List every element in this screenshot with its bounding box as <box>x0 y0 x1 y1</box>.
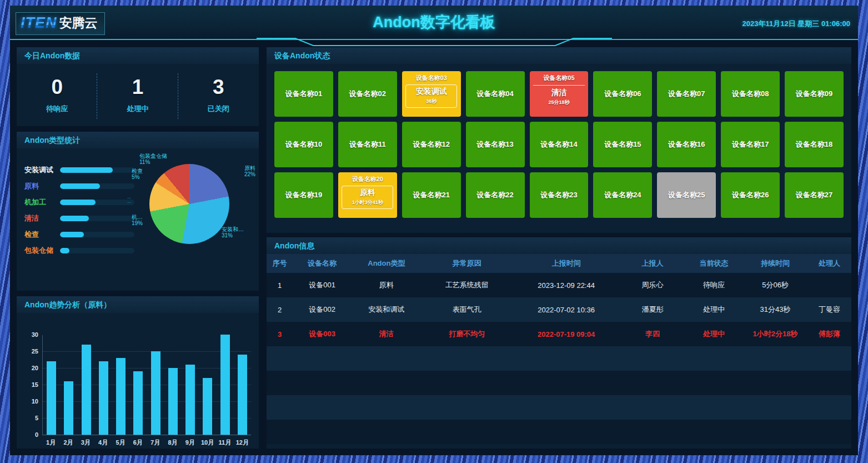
pie-label: 包装盒仓储11% <box>139 153 167 165</box>
table-cell: 1小时2分18秒 <box>743 329 807 339</box>
type-bar-list: 安装调试原料机加工清洁检查包装仓储 <box>24 162 134 258</box>
device-tile[interactable]: 设备名称19 <box>274 172 333 218</box>
device-tile[interactable]: 设备名称22 <box>466 172 525 218</box>
panel-today-andon: 今日Andon数据 0 待响应 1 处理中 3 已关闭 <box>17 47 259 126</box>
trend-bar <box>168 368 178 435</box>
table-cell: 设备002 <box>293 305 351 315</box>
device-tile-name: 设备名称20 <box>352 175 383 183</box>
table-cell: 表面气孔 <box>422 305 512 315</box>
device-tile-name: 设备名称11 <box>349 140 386 150</box>
device-tile[interactable]: 设备名称26 <box>721 172 780 218</box>
table-cell: 丁曼容 <box>807 305 851 315</box>
panel-trend: Andon趋势分析（原料） 051015202530 1月2月3月4月5月6月7… <box>17 296 259 449</box>
type-bar-row: 包装仓储 <box>24 242 134 258</box>
type-pie-chart: 原料22%安装和…31%机…19%……检查5%包装盒仓储11% <box>126 153 257 256</box>
table-row-empty <box>267 395 851 420</box>
table-cell: 李四 <box>620 329 685 339</box>
device-tile-name: 设备名称04 <box>476 89 513 99</box>
pie-label: 安装和…31% <box>222 226 244 238</box>
trend-bar <box>220 335 230 435</box>
info-column-header: 持续时间 <box>743 258 807 268</box>
panel-today-title: 今日Andon数据 <box>17 47 259 64</box>
device-tile[interactable]: 设备名称25 <box>657 172 716 218</box>
device-tile[interactable]: 设备名称11 <box>338 122 397 167</box>
table-cell: 31分43秒 <box>743 305 807 315</box>
device-tile[interactable]: 设备名称16 <box>657 122 716 167</box>
device-tile-name: 设备名称14 <box>540 140 577 150</box>
panel-device-status: 设备Andon状态 设备名称01设备名称02设备名称03安装调试36秒设备名称0… <box>267 47 851 233</box>
stat-pending-value: 0 <box>51 76 63 99</box>
trend-y-tick: 30 <box>32 331 38 338</box>
type-bar-track <box>60 232 134 237</box>
device-tile-name: 设备名称03 <box>416 74 447 82</box>
type-bar-label: 包装仓储 <box>24 246 60 256</box>
dashboard-root: ITEN 安腾云 Andon数字化看板 2023年11月12日 星期三 01:0… <box>10 6 858 455</box>
device-tile[interactable]: 设备名称04 <box>466 71 525 117</box>
table-row[interactable]: 1设备001原料工艺系统残留2023-12-09 22:44周乐心待响应5分06… <box>267 273 851 297</box>
table-cell: 处理中 <box>685 305 743 315</box>
device-tile[interactable]: 设备名称24 <box>593 172 652 218</box>
device-tile[interactable]: 设备名称05清洁25分18秒 <box>530 71 589 117</box>
trend-chart: 051015202530 1月2月3月4月5月6月7月8月9月10月11月12月 <box>17 313 259 449</box>
device-tile-name: 设备名称21 <box>413 190 449 200</box>
device-tile[interactable]: 设备名称08 <box>721 71 780 117</box>
device-tile[interactable]: 设备名称23 <box>530 172 589 218</box>
table-cell: 设备003 <box>293 329 351 339</box>
device-tile[interactable]: 设备名称27 <box>785 172 844 218</box>
device-tile[interactable]: 设备名称03安装调试36秒 <box>402 71 461 117</box>
device-tile[interactable]: 设备名称01 <box>274 71 333 117</box>
table-row-empty <box>267 420 851 444</box>
table-cell: 待响应 <box>685 280 743 290</box>
info-column-header: 处理人 <box>807 258 851 268</box>
trend-bar <box>185 365 195 435</box>
device-tile[interactable]: 设备名称06 <box>593 71 652 117</box>
table-row[interactable]: 2设备002安装和调试表面气孔2022-07-02 10:36潘夏彤处理中31分… <box>267 297 851 322</box>
table-row[interactable]: 3设备003清洁打磨不均匀2022-07-19 09:04李四处理中1小时2分1… <box>267 322 851 346</box>
stat-processing-value: 1 <box>132 76 144 99</box>
trend-bar <box>99 361 108 435</box>
device-tile[interactable]: 设备名称20原料1小时3分41秒 <box>338 172 397 218</box>
device-tile[interactable]: 设备名称02 <box>338 71 397 117</box>
device-tile[interactable]: 设备名称13 <box>466 122 525 167</box>
device-alert-box: 安装调试36秒 <box>405 84 457 108</box>
table-cell: 2022-07-02 10:36 <box>512 306 620 314</box>
left-column: 今日Andon数据 0 待响应 1 处理中 3 已关闭 <box>17 47 259 449</box>
device-tile[interactable]: 设备名称17 <box>721 122 780 167</box>
device-tile[interactable]: 设备名称10 <box>274 122 333 167</box>
device-tile-name: 设备名称15 <box>604 140 641 150</box>
trend-x-tick: 4月 <box>95 439 112 447</box>
info-column-header: 当前状态 <box>685 258 743 268</box>
stat-processing: 1 处理中 <box>97 67 178 122</box>
table-cell: 安装和调试 <box>352 305 422 315</box>
device-tile[interactable]: 设备名称21 <box>402 172 461 218</box>
table-cell: 2023-12-09 22:44 <box>512 281 620 290</box>
pie-label: 检查5% <box>132 168 143 180</box>
header-ornament <box>257 38 612 47</box>
device-tile[interactable]: 设备名称09 <box>785 71 844 117</box>
device-tile-name: 设备名称17 <box>732 140 769 150</box>
trend-x-tick: 8月 <box>164 439 181 447</box>
device-tile[interactable]: 设备名称12 <box>402 122 461 167</box>
device-tile[interactable]: 设备名称07 <box>657 71 716 117</box>
type-bar-track <box>60 183 134 189</box>
device-tile[interactable]: 设备名称14 <box>530 122 589 167</box>
table-cell: 3 <box>267 330 293 338</box>
info-column-header: 序号 <box>267 258 293 268</box>
device-tile-name: 设备名称26 <box>732 190 769 200</box>
type-bar-row: 原料 <box>24 178 134 194</box>
type-bar-track <box>60 216 134 221</box>
trend-y-tick: 15 <box>32 381 38 388</box>
table-cell: 周乐心 <box>620 280 685 290</box>
trend-y-tick: 0 <box>35 431 38 438</box>
device-tile-name: 设备名称12 <box>413 140 449 150</box>
trend-y-tick: 20 <box>32 365 38 371</box>
device-tile[interactable]: 设备名称15 <box>593 122 652 167</box>
info-column-header: Andon类型 <box>352 258 422 268</box>
pie-label: 机…19% <box>132 214 143 226</box>
table-cell: 5分06秒 <box>743 280 807 290</box>
device-tile-name: 设备名称27 <box>796 190 832 200</box>
device-tile-name: 设备名称13 <box>476 140 513 150</box>
table-cell: 工艺系统残留 <box>422 280 512 290</box>
device-tile[interactable]: 设备名称18 <box>785 122 844 167</box>
type-bar-track <box>60 248 134 253</box>
